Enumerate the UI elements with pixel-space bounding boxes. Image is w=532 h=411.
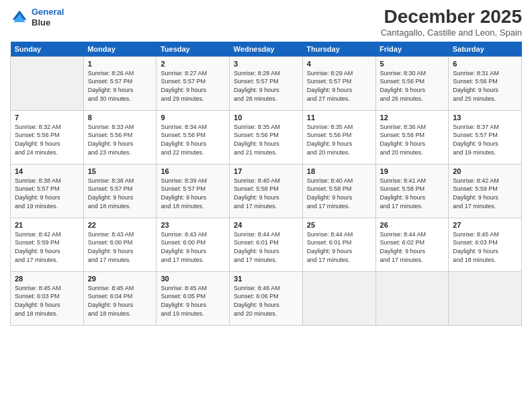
main-title: December 2025 [381, 7, 522, 28]
day-cell: 23Sunrise: 8:43 AMSunset: 6:00 PMDayligh… [157, 218, 230, 271]
day-info: Sunrise: 8:44 AMSunset: 6:01 PMDaylight:… [307, 230, 371, 264]
day-cell: 20Sunrise: 8:42 AMSunset: 5:59 PMDayligh… [449, 164, 522, 218]
day-cell: 2Sunrise: 8:27 AMSunset: 5:57 PMDaylight… [157, 56, 230, 110]
day-number: 12 [380, 113, 445, 122]
day-info: Sunrise: 8:42 AMSunset: 5:59 PMDaylight:… [15, 230, 79, 264]
day-number: 21 [15, 221, 79, 229]
day-number: 15 [88, 167, 152, 175]
day-info: Sunrise: 8:44 AMSunset: 6:02 PMDaylight:… [380, 230, 445, 264]
day-number: 25 [307, 221, 371, 229]
day-info: Sunrise: 8:29 AMSunset: 5:57 PMDaylight:… [307, 69, 371, 103]
day-cell: 10Sunrise: 8:35 AMSunset: 5:56 PMDayligh… [230, 110, 303, 164]
day-cell: 8Sunrise: 8:33 AMSunset: 5:56 PMDaylight… [83, 110, 157, 164]
day-number: 5 [380, 60, 445, 68]
day-cell: 13Sunrise: 8:37 AMSunset: 5:57 PMDayligh… [449, 110, 522, 164]
day-info: Sunrise: 8:41 AMSunset: 5:58 PMDaylight:… [380, 177, 445, 210]
day-info: Sunrise: 8:35 AMSunset: 5:56 PMDaylight:… [307, 123, 371, 156]
day-cell: 3Sunrise: 8:28 AMSunset: 5:57 PMDaylight… [230, 56, 303, 110]
day-number: 31 [234, 275, 298, 283]
day-cell [375, 271, 449, 325]
header-cell-sunday: Sunday [11, 42, 84, 57]
day-cell: 26Sunrise: 8:44 AMSunset: 6:02 PMDayligh… [375, 218, 449, 271]
logo-icon [10, 8, 29, 27]
day-cell: 4Sunrise: 8:29 AMSunset: 5:57 PMDaylight… [302, 56, 375, 110]
day-info: Sunrise: 8:30 AMSunset: 5:56 PMDaylight:… [380, 69, 445, 103]
day-number: 13 [453, 113, 517, 122]
day-number: 11 [307, 113, 371, 122]
day-cell: 11Sunrise: 8:35 AMSunset: 5:56 PMDayligh… [302, 110, 375, 164]
day-cell: 18Sunrise: 8:40 AMSunset: 5:58 PMDayligh… [302, 164, 375, 218]
day-number: 20 [453, 167, 517, 175]
calendar-body: 1Sunrise: 8:26 AMSunset: 5:57 PMDaylight… [11, 56, 522, 325]
day-cell: 1Sunrise: 8:26 AMSunset: 5:57 PMDaylight… [83, 56, 157, 110]
day-info: Sunrise: 8:45 AMSunset: 6:03 PMDaylight:… [453, 230, 517, 264]
day-cell: 15Sunrise: 8:38 AMSunset: 5:57 PMDayligh… [83, 164, 157, 218]
day-info: Sunrise: 8:42 AMSunset: 5:59 PMDaylight:… [453, 177, 517, 210]
day-number: 16 [161, 167, 225, 175]
day-info: Sunrise: 8:40 AMSunset: 5:58 PMDaylight:… [307, 177, 371, 210]
calendar-table: SundayMondayTuesdayWednesdayThursdayFrid… [10, 42, 522, 326]
week-row-1: 7Sunrise: 8:32 AMSunset: 5:56 PMDaylight… [11, 110, 522, 164]
day-info: Sunrise: 8:31 AMSunset: 5:56 PMDaylight:… [453, 69, 517, 103]
day-info: Sunrise: 8:27 AMSunset: 5:57 PMDaylight:… [161, 69, 225, 103]
day-number: 23 [161, 221, 225, 229]
day-number: 17 [234, 167, 298, 175]
day-cell: 31Sunrise: 8:46 AMSunset: 6:06 PMDayligh… [230, 271, 303, 325]
day-cell: 5Sunrise: 8:30 AMSunset: 5:56 PMDaylight… [375, 56, 449, 110]
day-info: Sunrise: 8:46 AMSunset: 6:06 PMDaylight:… [234, 284, 298, 318]
logo: General Blue [10, 7, 64, 28]
title-block: December 2025 Cantagallo, Castille and L… [381, 7, 522, 38]
day-info: Sunrise: 8:28 AMSunset: 5:57 PMDaylight:… [234, 69, 298, 103]
day-number: 14 [15, 167, 79, 175]
day-number: 7 [15, 113, 79, 122]
day-cell: 30Sunrise: 8:45 AMSunset: 6:05 PMDayligh… [157, 271, 230, 325]
day-info: Sunrise: 8:44 AMSunset: 6:01 PMDaylight:… [234, 230, 298, 264]
week-row-0: 1Sunrise: 8:26 AMSunset: 5:57 PMDaylight… [11, 56, 522, 110]
day-cell: 9Sunrise: 8:34 AMSunset: 5:56 PMDaylight… [157, 110, 230, 164]
day-cell: 19Sunrise: 8:41 AMSunset: 5:58 PMDayligh… [375, 164, 449, 218]
day-cell: 17Sunrise: 8:40 AMSunset: 5:58 PMDayligh… [230, 164, 303, 218]
day-cell: 28Sunrise: 8:45 AMSunset: 6:03 PMDayligh… [11, 271, 84, 325]
day-info: Sunrise: 8:26 AMSunset: 5:57 PMDaylight:… [88, 69, 152, 103]
day-cell: 29Sunrise: 8:45 AMSunset: 6:04 PMDayligh… [83, 271, 157, 325]
header-cell-saturday: Saturday [449, 42, 522, 57]
day-number: 30 [161, 275, 225, 283]
week-row-4: 28Sunrise: 8:45 AMSunset: 6:03 PMDayligh… [11, 271, 522, 325]
day-info: Sunrise: 8:40 AMSunset: 5:58 PMDaylight:… [234, 177, 298, 210]
day-info: Sunrise: 8:33 AMSunset: 5:56 PMDaylight:… [88, 123, 152, 156]
day-number: 29 [88, 275, 152, 283]
day-number: 3 [234, 60, 298, 68]
calendar-header: SundayMondayTuesdayWednesdayThursdayFrid… [11, 42, 522, 57]
day-info: Sunrise: 8:43 AMSunset: 6:00 PMDaylight:… [161, 230, 225, 264]
day-cell [11, 56, 84, 110]
day-cell [302, 271, 375, 325]
header: General Blue December 2025 Cantagallo, C… [10, 7, 522, 38]
day-info: Sunrise: 8:34 AMSunset: 5:56 PMDaylight:… [161, 123, 225, 156]
week-row-3: 21Sunrise: 8:42 AMSunset: 5:59 PMDayligh… [11, 218, 522, 271]
day-cell: 6Sunrise: 8:31 AMSunset: 5:56 PMDaylight… [449, 56, 522, 110]
subtitle: Cantagallo, Castille and Leon, Spain [381, 28, 522, 38]
page: General Blue December 2025 Cantagallo, C… [0, 0, 532, 411]
day-info: Sunrise: 8:45 AMSunset: 6:05 PMDaylight:… [161, 284, 225, 318]
day-info: Sunrise: 8:35 AMSunset: 5:56 PMDaylight:… [234, 123, 298, 156]
day-number: 26 [380, 221, 445, 229]
day-number: 6 [453, 60, 517, 68]
day-number: 24 [234, 221, 298, 229]
day-number: 2 [161, 60, 225, 68]
header-cell-tuesday: Tuesday [157, 42, 230, 57]
day-info: Sunrise: 8:43 AMSunset: 6:00 PMDaylight:… [88, 230, 152, 264]
header-cell-monday: Monday [83, 42, 157, 57]
day-number: 28 [15, 275, 79, 283]
day-cell: 27Sunrise: 8:45 AMSunset: 6:03 PMDayligh… [449, 218, 522, 271]
day-number: 27 [453, 221, 517, 229]
day-number: 1 [88, 60, 152, 68]
day-info: Sunrise: 8:39 AMSunset: 5:57 PMDaylight:… [161, 177, 225, 210]
day-cell: 25Sunrise: 8:44 AMSunset: 6:01 PMDayligh… [302, 218, 375, 271]
day-cell: 12Sunrise: 8:36 AMSunset: 5:56 PMDayligh… [375, 110, 449, 164]
header-cell-friday: Friday [375, 42, 449, 57]
day-info: Sunrise: 8:45 AMSunset: 6:04 PMDaylight:… [88, 284, 152, 318]
day-info: Sunrise: 8:36 AMSunset: 5:56 PMDaylight:… [380, 123, 445, 156]
day-info: Sunrise: 8:38 AMSunset: 5:57 PMDaylight:… [88, 177, 152, 210]
day-number: 9 [161, 113, 225, 122]
week-row-2: 14Sunrise: 8:38 AMSunset: 5:57 PMDayligh… [11, 164, 522, 218]
